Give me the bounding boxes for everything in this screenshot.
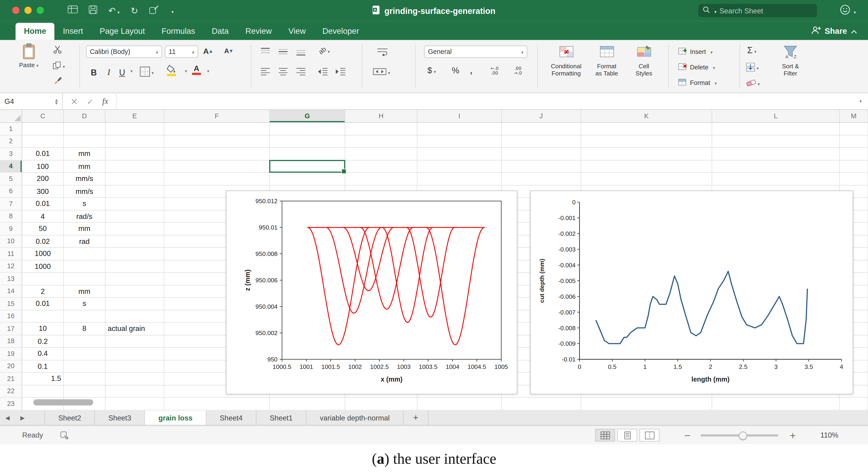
cell-E16[interactable] bbox=[105, 310, 164, 323]
formula-input[interactable] bbox=[117, 93, 851, 110]
tab-page-layout[interactable]: Page Layout bbox=[91, 23, 153, 40]
cell-E11[interactable] bbox=[105, 247, 164, 260]
row-header-7[interactable]: 7 bbox=[0, 198, 22, 210]
autosum-button[interactable]: Σ bbox=[747, 46, 756, 56]
select-all-corner[interactable] bbox=[0, 110, 22, 122]
cell-C14[interactable]: 2 bbox=[22, 285, 64, 298]
cell-J5[interactable] bbox=[502, 173, 581, 185]
stepper-down-icon[interactable]: ▼ bbox=[55, 101, 58, 105]
cell-L5[interactable] bbox=[712, 173, 840, 185]
conditional-formatting-button[interactable]: ≠ ConditionalFormatting bbox=[545, 45, 587, 77]
cell-D13[interactable] bbox=[64, 273, 105, 285]
cell-F3[interactable] bbox=[164, 148, 270, 160]
cell-G23[interactable] bbox=[270, 397, 345, 410]
zoom-level-label[interactable]: 110% bbox=[820, 431, 838, 439]
cell-D12[interactable] bbox=[64, 260, 105, 273]
sheet-tab-sheet3[interactable]: Sheet3 bbox=[95, 411, 145, 425]
accounting-format-button[interactable]: $ bbox=[427, 65, 436, 75]
cell-F1[interactable] bbox=[164, 123, 270, 135]
cell-L2[interactable] bbox=[712, 135, 840, 148]
number-format-dropdown[interactable]: General bbox=[424, 46, 527, 58]
cell-G2[interactable] bbox=[270, 135, 345, 148]
cell-D8[interactable]: rad/s bbox=[64, 210, 105, 223]
cell-E20[interactable] bbox=[105, 360, 164, 373]
cell-C2[interactable] bbox=[22, 135, 64, 148]
cell-I3[interactable] bbox=[417, 148, 502, 160]
cell-H3[interactable] bbox=[345, 148, 417, 160]
italic-button[interactable]: I bbox=[103, 65, 114, 79]
cell-D21[interactable] bbox=[64, 373, 105, 385]
sort-filter-button[interactable]: AZ Sort &Filter bbox=[773, 45, 808, 77]
cell-J23[interactable] bbox=[502, 397, 581, 410]
cancel-entry-icon[interactable]: × bbox=[70, 96, 78, 107]
row-header-2[interactable]: 2 bbox=[0, 135, 22, 148]
cell-F5[interactable] bbox=[164, 173, 270, 185]
decrease-indent-button[interactable] bbox=[317, 67, 329, 77]
fill-color-button[interactable] bbox=[166, 64, 177, 76]
cell-I2[interactable] bbox=[417, 135, 502, 148]
cell-I1[interactable] bbox=[417, 123, 502, 135]
cell-F23[interactable] bbox=[164, 397, 270, 410]
row-header-4[interactable]: 4 bbox=[0, 160, 22, 173]
merge-center-button[interactable] bbox=[373, 67, 390, 77]
cell-D20[interactable] bbox=[64, 360, 105, 373]
column-header-G[interactable]: G bbox=[270, 110, 345, 122]
row-header-6[interactable]: 6 bbox=[0, 185, 22, 198]
row-header-19[interactable]: 19 bbox=[0, 348, 22, 360]
cell-E18[interactable] bbox=[105, 335, 164, 348]
prev-sheet-icon[interactable]: ◀ bbox=[0, 411, 15, 425]
column-header-E[interactable]: E bbox=[105, 110, 164, 122]
row-header-11[interactable]: 11 bbox=[0, 247, 22, 260]
tab-review[interactable]: Review bbox=[237, 23, 280, 40]
insert-function-icon[interactable]: fx bbox=[102, 97, 108, 106]
row-header-13[interactable]: 13 bbox=[0, 273, 22, 285]
name-box-stepper[interactable]: ▲▼ bbox=[55, 98, 58, 105]
cell-K3[interactable] bbox=[581, 148, 712, 160]
share-button[interactable]: Share bbox=[811, 26, 857, 36]
format-cells-button[interactable]: Format bbox=[678, 78, 717, 87]
cell-C9[interactable]: 50 bbox=[22, 223, 64, 235]
cell-C11[interactable]: 1000 bbox=[22, 247, 64, 260]
row-header-3[interactable]: 3 bbox=[0, 148, 22, 160]
tab-insert[interactable]: Insert bbox=[55, 23, 91, 40]
cell-E23[interactable] bbox=[105, 397, 164, 410]
column-header-K[interactable]: K bbox=[581, 110, 712, 122]
cell-C18[interactable]: 0.2 bbox=[22, 335, 64, 348]
cell-E19[interactable] bbox=[105, 348, 164, 360]
cell-M3[interactable] bbox=[840, 148, 868, 160]
page-layout-view-button[interactable] bbox=[617, 429, 637, 442]
formula-bar-expand-icon[interactable] bbox=[851, 93, 868, 110]
cell-D7[interactable]: s bbox=[64, 198, 105, 210]
underline-caret-icon[interactable] bbox=[129, 69, 133, 74]
cell-L3[interactable] bbox=[712, 148, 840, 160]
cell-F4[interactable] bbox=[164, 160, 270, 173]
cell-L1[interactable] bbox=[712, 123, 840, 135]
fill-button[interactable] bbox=[746, 62, 759, 72]
confirm-entry-icon[interactable]: ✓ bbox=[87, 97, 93, 106]
cell-D15[interactable]: s bbox=[64, 298, 105, 310]
cell-C7[interactable]: 0.01 bbox=[22, 198, 64, 210]
cell-I23[interactable] bbox=[417, 397, 502, 410]
cell-C10[interactable]: 0.02 bbox=[22, 235, 64, 247]
cell-E5[interactable] bbox=[105, 173, 164, 185]
cell-D18[interactable] bbox=[64, 335, 105, 348]
sheet-tab-variable-depth-normal[interactable]: variable depth-normal bbox=[306, 411, 403, 425]
cell-H2[interactable] bbox=[345, 135, 417, 148]
cell-C13[interactable] bbox=[22, 273, 64, 285]
zoom-in-button[interactable]: + bbox=[789, 431, 796, 440]
column-header-J[interactable]: J bbox=[502, 110, 581, 122]
column-header-F[interactable]: F bbox=[164, 110, 270, 122]
cell-E4[interactable] bbox=[105, 160, 164, 173]
cell-D3[interactable]: mm bbox=[64, 148, 105, 160]
cell-J4[interactable] bbox=[502, 160, 581, 173]
row-header-10[interactable]: 10 bbox=[0, 235, 22, 247]
cell-I5[interactable] bbox=[417, 173, 502, 185]
row-header-17[interactable]: 17 bbox=[0, 323, 22, 335]
cell-C17[interactable]: 10 bbox=[22, 323, 64, 335]
delete-cells-button[interactable]: Delete bbox=[678, 62, 715, 72]
cell-C12[interactable]: 1000 bbox=[22, 260, 64, 273]
cell-C5[interactable]: 200 bbox=[22, 173, 64, 185]
cell-K23[interactable] bbox=[581, 397, 712, 410]
cell-C1[interactable] bbox=[22, 123, 64, 135]
tab-data[interactable]: Data bbox=[203, 23, 237, 40]
